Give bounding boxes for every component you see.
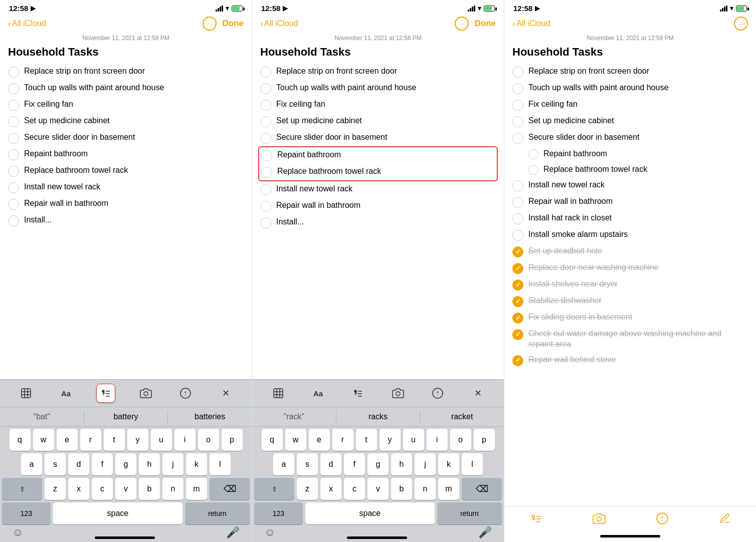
checkbox[interactable] [528,149,538,159]
checkbox[interactable] [260,83,271,94]
list-item[interactable]: Fix ceiling fan [512,97,748,113]
checkbox[interactable] [260,184,271,195]
key-i[interactable]: i [174,429,196,451]
pen-button-1[interactable] [176,384,195,403]
nav-back-3[interactable]: ‹ All iCloud [512,19,550,29]
key-o[interactable]: o [198,429,219,451]
list-item[interactable]: Install... [260,214,496,231]
key-i[interactable]: i [427,429,448,451]
key-l[interactable]: l [462,453,483,475]
nav-done-2[interactable]: Done [475,19,496,29]
key-r[interactable]: r [80,429,101,451]
return-key[interactable]: return [185,502,250,524]
list-item[interactable]: Repaint bathroom [261,147,495,164]
list-item[interactable]: Touch up walls with paint around house [8,80,244,97]
autocomplete-item[interactable]: "bat" [0,410,84,423]
list-item[interactable]: Set up medicine cabinet [8,113,244,130]
nav-back-1[interactable]: ‹ All iCloud [8,19,46,29]
checkbox[interactable] [8,199,19,210]
checkbox[interactable] [260,116,271,127]
key-k[interactable]: k [186,453,207,475]
num-key[interactable]: 123 [254,502,303,524]
key-m[interactable]: m [438,478,459,500]
checkbox[interactable] [8,149,19,160]
list-item[interactable]: Check out water damage above washing mac… [512,326,748,352]
checkbox[interactable] [260,133,271,144]
key-g[interactable]: g [367,453,389,475]
checkbox[interactable] [512,116,523,127]
key-w[interactable]: w [33,429,54,451]
checkbox[interactable] [512,83,523,94]
checkbox-checked[interactable] [512,296,523,307]
list-item[interactable]: Repair wall in bathroom [260,198,496,214]
key-m[interactable]: m [186,478,207,500]
key-y[interactable]: y [127,429,148,451]
emoji-button-2[interactable]: ☺ [264,526,275,539]
checkbox[interactable] [8,67,19,78]
key-h[interactable]: h [391,453,412,475]
list-item[interactable]: Repair wall in bathroom [8,196,244,212]
note-title-3[interactable]: Household Tasks [504,45,756,64]
key-o[interactable]: o [450,429,471,451]
list-item[interactable]: Set up deadbolt hole [512,243,748,260]
nav-done-1[interactable]: Done [223,19,244,29]
key-c[interactable]: c [344,478,365,500]
key-z[interactable]: z [297,478,318,500]
key-x[interactable]: x [320,478,341,500]
table-button-2[interactable] [269,384,288,403]
key-s[interactable]: s [45,453,66,475]
key-x[interactable]: x [68,478,89,500]
checkbox[interactable] [512,180,523,191]
key-a[interactable]: a [273,453,294,475]
key-e[interactable]: e [309,429,330,451]
nav-ellipsis-1[interactable]: ··· [203,17,217,31]
key-p[interactable]: p [222,429,243,451]
checkbox[interactable] [260,100,271,111]
key-r[interactable]: r [332,429,353,451]
key-h[interactable]: h [139,453,160,475]
key-n[interactable]: n [162,478,183,500]
checkbox[interactable] [512,133,523,144]
key-q[interactable]: q [262,429,283,451]
list-item[interactable]: Secure slider door in basement [8,130,244,146]
list-item[interactable]: Replace bathroom towel rack [512,162,748,177]
checklist-button-2[interactable] [348,384,367,403]
shift-key[interactable]: ⇧ [2,478,42,500]
autocomplete-item[interactable]: racket [420,410,504,423]
checkbox[interactable] [8,166,19,177]
autocomplete-item[interactable]: racks [336,410,421,423]
edit-toolbar-button[interactable] [719,512,731,525]
key-j[interactable]: j [162,453,183,475]
shift-key[interactable]: ⇧ [254,478,294,500]
key-f[interactable]: f [344,453,365,475]
space-key[interactable]: space [53,502,182,524]
checklist-toolbar-button[interactable] [529,512,542,525]
checkbox[interactable] [512,197,523,208]
pen-button-2[interactable] [428,384,447,403]
list-item[interactable]: Install... [8,212,244,229]
key-s[interactable]: s [297,453,318,475]
delete-key[interactable]: ⌫ [462,478,502,500]
list-item[interactable]: Set up medicine cabinet [260,113,496,130]
nav-ellipsis-3[interactable]: ··· [734,17,748,31]
num-key[interactable]: 123 [2,502,51,524]
checkbox[interactable] [8,215,19,226]
delete-key[interactable]: ⌫ [210,478,250,500]
space-key[interactable]: space [305,502,435,524]
key-p[interactable]: p [474,429,495,451]
note-title-1[interactable]: Household Tasks [0,45,252,64]
font-button-1[interactable]: Aa [56,384,75,403]
list-item[interactable]: Fix ceiling fan [8,97,244,113]
key-q[interactable]: q [10,429,31,451]
list-item[interactable]: Repaint bathroom [512,146,748,162]
key-z[interactable]: z [45,478,66,500]
camera-button-1[interactable] [136,384,155,403]
list-item[interactable]: Secure slider door in basement [260,130,496,146]
key-g[interactable]: g [115,453,136,475]
close-button-2[interactable]: ✕ [468,384,487,403]
list-item[interactable]: Replace strip on front screen door [512,64,748,80]
key-j[interactable]: j [415,453,436,475]
autocomplete-item[interactable]: battery [84,410,168,423]
checkbox[interactable] [528,165,538,175]
key-v[interactable]: v [115,478,136,500]
